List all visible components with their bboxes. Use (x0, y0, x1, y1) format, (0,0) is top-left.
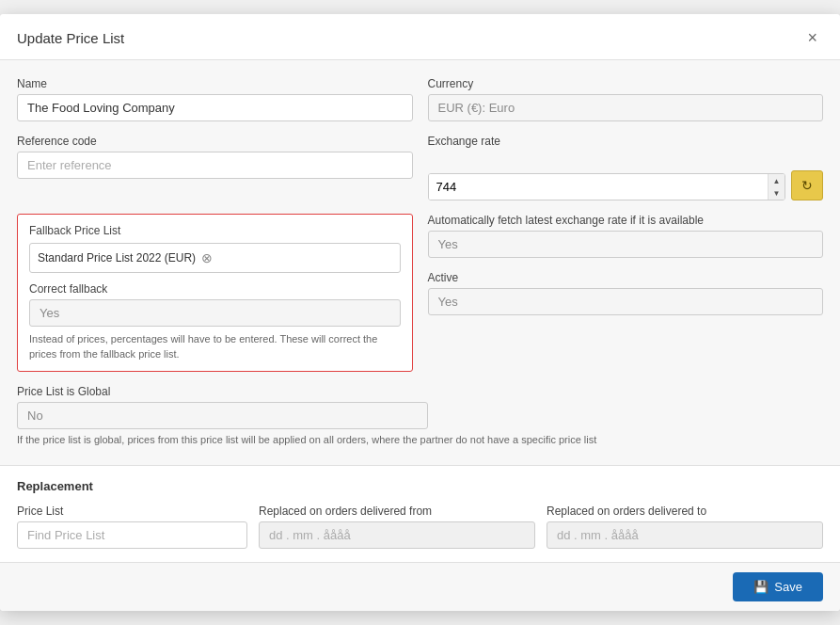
auto-fetch-label: Automatically fetch latest exchange rate… (428, 214, 824, 227)
exchange-rate-spin-control: ▲ ▼ (428, 173, 786, 200)
replaced-from-label: Replaced on orders delivered from (259, 505, 535, 518)
find-price-list-input[interactable] (17, 521, 247, 549)
modal-footer: 💾 Save (0, 562, 840, 611)
replacement-section: Replacement Price List Replaced on order… (0, 465, 840, 562)
update-price-list-modal: Update Price List × Name Currency EUR (€… (0, 14, 840, 610)
currency-label: Currency (428, 77, 824, 90)
fallback-title: Fallback Price List (29, 224, 401, 237)
exchange-rate-label: Exchange rate (428, 135, 824, 148)
exchange-rate-group: Exchange rate ▲ ▼ ↻ (428, 135, 824, 200)
auto-fetch-select[interactable]: Yes No (428, 231, 824, 258)
name-label: Name (17, 77, 413, 90)
exchange-rate-spinners: ▲ ▼ (768, 174, 785, 200)
name-input[interactable] (17, 94, 413, 121)
correct-fallback-label: Correct fallback (29, 282, 401, 296)
exchange-rate-up-button[interactable]: ▲ (769, 174, 785, 187)
replaced-to-col: Replaced on orders delivered to (547, 505, 823, 549)
save-icon: 💾 (753, 580, 769, 594)
reference-code-input[interactable] (17, 152, 413, 179)
replacement-row: Price List Replaced on orders delivered … (17, 505, 823, 549)
replacement-title: Replacement (17, 479, 823, 493)
price-list-label: Price List (17, 505, 247, 518)
exchange-rate-input-wrap: ▲ ▼ (428, 173, 786, 200)
global-group: Price List is Global No Yes If the price… (17, 385, 823, 447)
fallback-tag-label: Standard Price List 2022 (EUR) (38, 251, 196, 264)
name-group: Name (17, 77, 413, 121)
name-currency-row: Name Currency EUR (€): Euro (17, 77, 823, 121)
modal-title: Update Price List (17, 30, 124, 46)
global-select[interactable]: No Yes (17, 402, 428, 429)
fallback-autofetch-row: Fallback Price List Standard Price List … (17, 214, 823, 372)
price-list-col: Price List (17, 505, 247, 549)
currency-select[interactable]: EUR (€): Euro (428, 94, 824, 121)
exchange-rate-row: ▲ ▼ ↻ (428, 152, 824, 200)
fallback-price-list-input[interactable]: Standard Price List 2022 (EUR) ⊗ (29, 243, 401, 273)
save-label: Save (774, 580, 802, 594)
save-button[interactable]: 💾 Save (733, 572, 823, 601)
replaced-from-input[interactable] (259, 521, 535, 549)
refresh-icon: ↻ (801, 178, 813, 193)
active-group: Active Yes No (428, 271, 824, 315)
auto-fetch-group: Automatically fetch latest exchange rate… (428, 214, 824, 258)
global-label: Price List is Global (17, 385, 823, 398)
exchange-rate-input[interactable] (429, 174, 769, 200)
fallback-tag: Standard Price List 2022 (EUR) ⊗ (38, 251, 214, 264)
reference-code-group: Reference code (17, 135, 413, 200)
modal-body: Name Currency EUR (€): Euro Reference co… (0, 60, 840, 464)
correct-fallback-hint: Instead of prices, percentages will have… (29, 332, 401, 361)
correct-fallback-select[interactable]: Yes No (29, 299, 401, 327)
reference-code-label: Reference code (17, 135, 413, 148)
global-hint: If the price list is global, prices from… (17, 433, 823, 447)
active-select[interactable]: Yes No (428, 288, 824, 315)
replaced-to-input[interactable] (547, 521, 823, 549)
correct-fallback-group: Correct fallback Yes No (29, 282, 401, 327)
fallback-tag-remove-button[interactable]: ⊗ (199, 251, 214, 264)
refresh-exchange-rate-button[interactable]: ↻ (791, 170, 823, 200)
exchange-rate-down-button[interactable]: ▼ (769, 187, 785, 200)
close-button[interactable]: × (801, 27, 823, 48)
replaced-from-col: Replaced on orders delivered from (259, 505, 535, 549)
fallback-section: Fallback Price List Standard Price List … (17, 214, 413, 372)
active-label: Active (428, 271, 824, 284)
currency-group: Currency EUR (€): Euro (428, 77, 824, 121)
modal-header: Update Price List × (0, 14, 840, 60)
replaced-to-label: Replaced on orders delivered to (547, 505, 823, 518)
ref-exchange-row: Reference code Exchange rate ▲ ▼ (17, 135, 823, 200)
